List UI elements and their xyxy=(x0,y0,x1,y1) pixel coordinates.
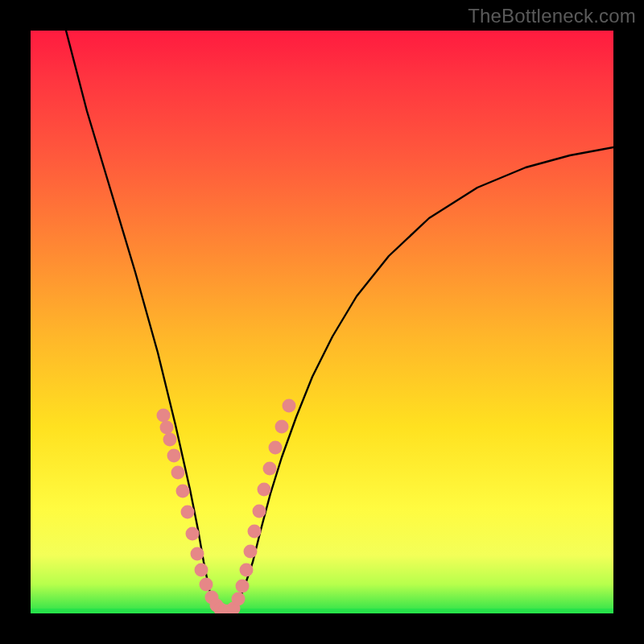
data-dot xyxy=(283,399,296,413)
green-band xyxy=(31,609,613,613)
data-dot xyxy=(258,483,271,497)
data-dot xyxy=(269,441,283,455)
data-dot xyxy=(167,449,181,463)
data-dot xyxy=(232,592,246,606)
data-dot xyxy=(181,506,195,519)
data-dot xyxy=(195,564,208,577)
chart-frame: TheBottleneck.com xyxy=(0,0,644,644)
data-dot xyxy=(157,409,171,423)
data-dot xyxy=(191,547,204,561)
plot-area xyxy=(31,31,613,613)
dots-right-cluster xyxy=(232,399,296,606)
data-dot xyxy=(263,462,277,476)
chart-svg xyxy=(31,31,613,613)
data-dot xyxy=(163,433,177,447)
data-dot xyxy=(248,525,262,539)
data-dot xyxy=(275,420,289,434)
data-dot xyxy=(200,578,213,592)
watermark-text: TheBottleneck.com xyxy=(468,5,636,27)
data-dot xyxy=(244,545,258,559)
data-dot xyxy=(253,505,266,518)
data-dot xyxy=(236,580,250,593)
data-dot xyxy=(186,527,200,541)
bottleneck-curve xyxy=(66,31,613,613)
data-dot xyxy=(176,485,190,498)
data-dot xyxy=(240,564,254,577)
data-dot xyxy=(160,421,174,435)
data-dot xyxy=(171,466,185,480)
dots-left-cluster xyxy=(157,409,219,605)
